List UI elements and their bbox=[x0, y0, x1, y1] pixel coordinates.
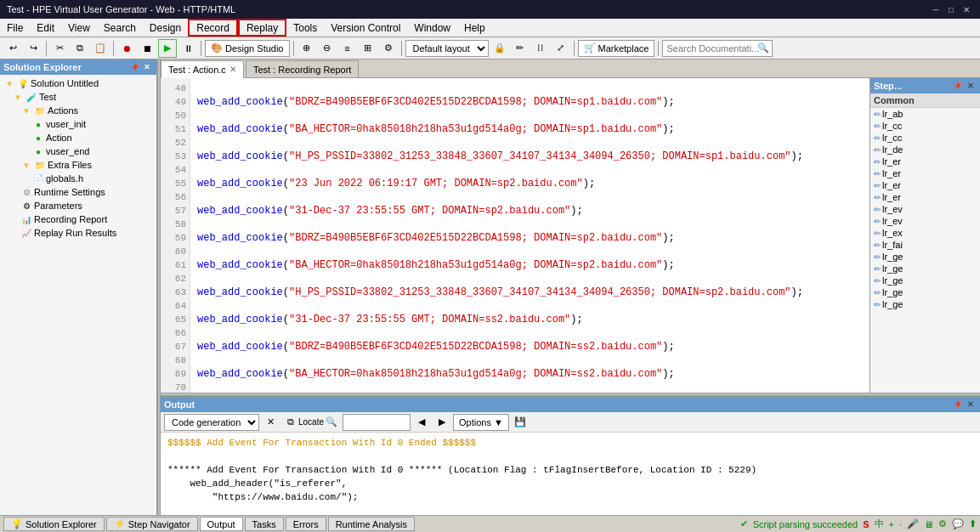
layout-dropdown[interactable]: Default layout bbox=[405, 40, 489, 57]
output-header: Output 📌 ✕ bbox=[161, 397, 980, 412]
output-options-button[interactable]: Options ▼ bbox=[453, 414, 509, 431]
tree-item-test[interactable]: ▼ 🧪 Test bbox=[2, 90, 155, 104]
tree-item-vuser-end[interactable]: ● vuser_end bbox=[2, 144, 155, 158]
output-line-5: "https://www.baidu.com/"); bbox=[167, 490, 973, 504]
right-panel-item-lr_ev2[interactable]: ✏lr_ev bbox=[870, 215, 980, 227]
solution-explorer-panel: Solution Explorer 📌 ✕ ▼ 💡 Solution Untit… bbox=[0, 59, 157, 515]
output-search-button[interactable]: 🔍 bbox=[322, 413, 341, 432]
right-panel-item-lr_ev1[interactable]: ✏lr_ev bbox=[870, 203, 980, 215]
tree-item-runtime-settings[interactable]: ⚙ Runtime Settings bbox=[2, 185, 155, 199]
output-next-button[interactable]: ▶ bbox=[433, 413, 451, 432]
menu-file[interactable]: File bbox=[0, 19, 30, 37]
right-panel-item-lr_er2[interactable]: ✏lr_er bbox=[870, 167, 980, 179]
redo-button[interactable]: ↪ bbox=[24, 39, 42, 58]
right-panel-item-lr_fai[interactable]: ✏lr_fai bbox=[870, 239, 980, 251]
output-clear-button[interactable]: ✕ bbox=[261, 413, 280, 432]
output-save-button[interactable]: 💾 bbox=[511, 413, 530, 432]
record-button[interactable]: ⏺ bbox=[117, 39, 136, 58]
pause-button[interactable]: ⏸ bbox=[178, 39, 197, 58]
right-panel-item-lr_ge4[interactable]: ✏lr_ge bbox=[870, 286, 980, 298]
status-tab-step-navigator[interactable]: ⚡ Step Navigator bbox=[106, 517, 198, 531]
expand-icon: ▼ bbox=[12, 91, 24, 103]
expand-button[interactable]: ⤢ bbox=[552, 39, 570, 58]
code-content[interactable]: web_add_cookie("BDRZ=B490B5EBF6F3CD402E5… bbox=[190, 78, 870, 393]
menu-design[interactable]: Design bbox=[143, 19, 188, 37]
tree-item-recording-report[interactable]: 📊 Recording Report bbox=[2, 212, 155, 226]
output-pin-btn[interactable]: 📌 bbox=[951, 399, 963, 410]
right-panel-item-lr_er3[interactable]: ✏lr_er bbox=[870, 179, 980, 191]
tree-item-parameters[interactable]: ⚙ Parameters bbox=[2, 199, 155, 212]
play-button[interactable]: ▶ bbox=[158, 39, 177, 58]
tab-action-c[interactable]: Test : Action.c ✕ bbox=[161, 60, 244, 78]
close-panel-button[interactable]: ✕ bbox=[141, 61, 153, 73]
right-panel-item-lr_cc2[interactable]: ✏lr_cc bbox=[870, 132, 980, 144]
output-prev-button[interactable]: ◀ bbox=[412, 413, 431, 432]
lock-button[interactable]: 🔒 bbox=[490, 39, 509, 58]
design-studio-button[interactable]: 🎨 Design Studio bbox=[205, 40, 290, 57]
menu-version-control[interactable]: Version Control bbox=[324, 19, 407, 37]
right-panel-item-lr_ab[interactable]: ✏lr_ab bbox=[870, 108, 980, 120]
right-panel-item-lr_ge3[interactable]: ✏lr_ge bbox=[870, 274, 980, 286]
minimize-button[interactable]: ─ bbox=[929, 3, 943, 16]
menu-help[interactable]: Help bbox=[457, 19, 492, 37]
menu-edit[interactable]: Edit bbox=[30, 19, 61, 37]
right-panel-close[interactable]: ✕ bbox=[965, 80, 977, 92]
output-close-btn[interactable]: ✕ bbox=[965, 399, 977, 410]
maximize-button[interactable]: □ bbox=[944, 3, 958, 16]
status-tab-tasks[interactable]: Tasks bbox=[245, 517, 284, 531]
status-right: ✔ Script parsing succeeded S 中 + · 🎤 🖥 ⚙… bbox=[740, 518, 977, 530]
status-tab-runtime-analysis[interactable]: Runtime Analysis bbox=[328, 517, 415, 531]
menu-record[interactable]: Record bbox=[188, 19, 238, 37]
pencil-button[interactable]: ✏ bbox=[511, 39, 530, 58]
right-panel-item-lr_ge1[interactable]: ✏lr_ge bbox=[870, 251, 980, 263]
search-input[interactable] bbox=[662, 40, 773, 57]
right-panel-item-lr_ge2[interactable]: ✏lr_ge bbox=[870, 263, 980, 274]
status-mic-icon: 🎤 bbox=[907, 518, 919, 529]
right-panel-item-lr_er1[interactable]: ✏lr_er bbox=[870, 156, 980, 167]
status-s-icon: S bbox=[863, 519, 869, 529]
output-locate-button[interactable]: Locate bbox=[302, 413, 320, 432]
solution-explorer-tab-label: Solution Explorer bbox=[25, 519, 97, 529]
pin-button[interactable]: 📌 bbox=[128, 61, 140, 73]
grid-button[interactable]: ⊞ bbox=[359, 39, 377, 58]
right-panel-item-lr_cc1[interactable]: ✏lr_cc bbox=[870, 120, 980, 132]
marketplace-button[interactable]: 🛒 Marketplace bbox=[578, 40, 655, 57]
output-dropdown[interactable]: Code generation bbox=[164, 414, 259, 431]
zoom-in-button[interactable]: ⊕ bbox=[297, 39, 316, 58]
tree-item-action[interactable]: ● Action bbox=[2, 131, 155, 144]
output-copy-button[interactable]: ⧉ bbox=[281, 413, 300, 432]
status-tab-output[interactable]: Output bbox=[200, 517, 243, 531]
copy-button[interactable]: ⧉ bbox=[71, 39, 89, 58]
tree-item-extra-files[interactable]: ▼ 📁 Extra Files bbox=[2, 158, 155, 172]
menu-replay[interactable]: Replay bbox=[238, 19, 286, 37]
dots-button[interactable]: ⁞⁞ bbox=[531, 39, 550, 58]
settings-button[interactable]: ⚙ bbox=[379, 39, 398, 58]
zoom-out-button[interactable]: ⊖ bbox=[318, 39, 337, 58]
tree-item-vuser-init[interactable]: ● vuser_init bbox=[2, 117, 155, 131]
status-check-icon: ✔ bbox=[740, 518, 748, 529]
align-button[interactable]: ≡ bbox=[338, 39, 357, 58]
right-panel-item-lr_ex[interactable]: ✏lr_ex bbox=[870, 227, 980, 239]
undo-button[interactable]: ↩ bbox=[3, 39, 22, 58]
menu-window[interactable]: Window bbox=[407, 19, 457, 37]
menu-search[interactable]: Search bbox=[97, 19, 143, 37]
right-panel-item-lr_ge5[interactable]: ✏lr_ge bbox=[870, 298, 980, 310]
tab-recording-report[interactable]: Test : Recording Report bbox=[246, 60, 360, 77]
cut-button[interactable]: ✂ bbox=[50, 39, 69, 58]
paste-button[interactable]: 📋 bbox=[91, 39, 110, 58]
menu-tools[interactable]: Tools bbox=[286, 19, 324, 37]
output-search-input[interactable] bbox=[343, 414, 411, 431]
right-panel-item-lr_de[interactable]: ✏lr_de bbox=[870, 144, 980, 156]
tree-item-actions[interactable]: ▼ 📁 Actions bbox=[2, 104, 155, 117]
tree-item-globals[interactable]: 📄 globals.h bbox=[2, 172, 155, 185]
status-tab-errors[interactable]: Errors bbox=[286, 517, 326, 531]
stop-button[interactable]: ⏹ bbox=[138, 39, 156, 58]
menu-view[interactable]: View bbox=[61, 19, 97, 37]
status-tab-solution-explorer[interactable]: 💡 Solution Explorer bbox=[3, 517, 105, 531]
right-panel-pin[interactable]: 📌 bbox=[951, 80, 963, 92]
close-button[interactable]: ✕ bbox=[960, 3, 973, 16]
tree-item-replay-results[interactable]: 📈 Replay Run Results bbox=[2, 226, 155, 240]
tab-action-c-close[interactable]: ✕ bbox=[229, 65, 236, 74]
tree-item-solution[interactable]: ▼ 💡 Solution Untitled bbox=[2, 76, 155, 90]
right-panel-item-lr_er4[interactable]: ✏lr_er bbox=[870, 191, 980, 203]
